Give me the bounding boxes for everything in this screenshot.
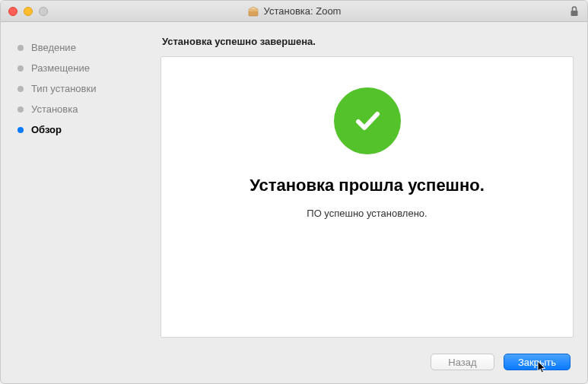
sidebar-step-intro: Введение xyxy=(17,37,150,58)
window-title-container: Установка: Zoom xyxy=(1,5,587,17)
window-close-button[interactable] xyxy=(8,7,17,16)
sidebar: Введение Размещение Тип установки Устано… xyxy=(1,22,161,345)
installer-window: Установка: Zoom Введение Размещение xyxy=(0,0,588,384)
traffic-lights xyxy=(1,7,48,16)
sidebar-step-installation: Установка xyxy=(17,99,150,119)
step-dot-icon xyxy=(17,86,24,92)
svg-rect-1 xyxy=(249,9,258,11)
step-dot-icon xyxy=(17,65,24,71)
success-check-icon xyxy=(334,87,401,154)
success-title: Установка прошла успешно. xyxy=(250,176,485,195)
content-panel: Установка прошла успешно. ПО успешно уст… xyxy=(161,56,574,338)
step-label: Размещение xyxy=(31,62,90,74)
titlebar: Установка: Zoom xyxy=(1,1,587,22)
step-label: Тип установки xyxy=(31,83,96,94)
main-heading: Установка успешно завершена. xyxy=(161,30,574,56)
step-label: Введение xyxy=(31,42,76,53)
svg-rect-2 xyxy=(571,11,578,16)
window-minimize-button[interactable] xyxy=(24,7,33,16)
success-subtitle: ПО успешно установлено. xyxy=(307,208,427,219)
step-dot-icon xyxy=(17,106,24,113)
sidebar-step-summary: Обзор xyxy=(17,119,150,140)
step-dot-icon xyxy=(17,127,24,133)
sidebar-step-install-type: Тип установки xyxy=(17,78,150,99)
lock-icon[interactable] xyxy=(569,5,580,21)
sidebar-step-destination: Размещение xyxy=(17,58,150,78)
step-label: Обзор xyxy=(31,124,62,135)
main-area: Установка успешно завершена. Установка п… xyxy=(161,22,587,345)
package-icon xyxy=(247,5,259,17)
step-label: Установка xyxy=(31,103,78,115)
content-row: Введение Размещение Тип установки Устано… xyxy=(1,22,587,345)
svg-rect-0 xyxy=(249,9,258,16)
close-button[interactable]: Закрыть xyxy=(504,354,571,370)
back-button: Назад xyxy=(431,354,494,370)
window-body: Введение Размещение Тип установки Устано… xyxy=(1,22,587,383)
step-dot-icon xyxy=(17,45,24,51)
footer: Назад Закрыть xyxy=(1,345,587,383)
window-maximize-button xyxy=(39,7,48,16)
window-title: Установка: Zoom xyxy=(264,5,342,17)
